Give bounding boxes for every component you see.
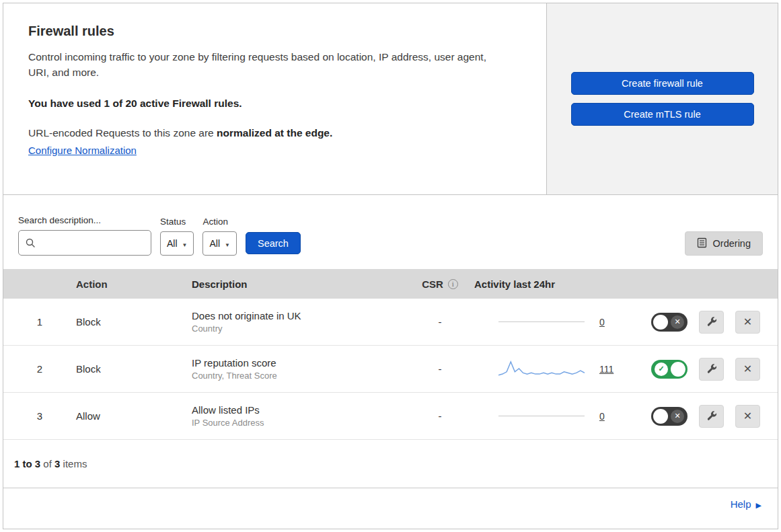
status-dropdown[interactable]: All: [160, 231, 194, 256]
activity-count[interactable]: 111: [599, 364, 613, 375]
chevron-right-icon: [756, 498, 761, 510]
rule-activity-cell: 0: [473, 406, 634, 426]
help-label: Help: [731, 498, 751, 510]
rule-action: Block: [76, 363, 192, 375]
activity-count[interactable]: 0: [599, 317, 605, 328]
status-field: Status All: [160, 217, 194, 256]
rule-description[interactable]: IP reputation score: [192, 357, 407, 369]
enable-toggle[interactable]: [651, 360, 687, 379]
rule-controls: [634, 358, 778, 381]
items-range: 1 to 3: [14, 458, 40, 469]
wrench-icon: [706, 410, 717, 422]
help-link[interactable]: Help: [731, 498, 761, 510]
rules-table: Action Description CSR Activity last 24h…: [3, 269, 778, 440]
intro-card: Firewall rules Control incoming traffic …: [3, 3, 547, 194]
column-action: Action: [76, 278, 192, 290]
rule-controls: [634, 311, 778, 334]
search-box: [18, 230, 151, 256]
normalization-prefix: URL-encoded Requests to this zone are: [28, 127, 217, 139]
edit-rule-button[interactable]: [699, 311, 724, 334]
firewall-rules-page: Firewall rules Control incoming traffic …: [3, 3, 778, 529]
activity-count[interactable]: 0: [599, 411, 605, 422]
column-activity: Activity last 24hr: [473, 278, 634, 290]
create-firewall-rule-button[interactable]: Create firewall rule: [571, 72, 754, 95]
table-row: 3 Allow Allow listed IPs IP Source Addre…: [3, 393, 778, 440]
search-field: Search description...: [18, 215, 151, 256]
edit-rule-button[interactable]: [699, 358, 724, 381]
table-row: 2 Block IP reputation score Country, Thr…: [3, 346, 778, 393]
create-mtls-rule-button[interactable]: Create mTLS rule: [571, 103, 754, 126]
close-icon: [743, 315, 752, 328]
activity-sparkline: [498, 359, 585, 379]
status-label: Status: [160, 217, 194, 227]
status-value: All: [167, 238, 178, 249]
items-suffix: items: [60, 458, 87, 469]
x-icon: [671, 315, 684, 329]
rule-priority: 1: [3, 316, 76, 328]
toggle-knob: [653, 409, 668, 424]
rule-description-cell: IP reputation score Country, Threat Scor…: [192, 357, 407, 381]
search-button[interactable]: Search: [246, 232, 301, 254]
chevron-down-icon: [225, 238, 230, 249]
rule-action: Block: [76, 316, 192, 328]
column-description: Description: [192, 278, 407, 290]
rule-criteria: Country: [192, 324, 407, 334]
rule-description-cell: Allow listed IPs IP Source Address: [192, 404, 407, 428]
close-icon: [743, 410, 752, 422]
activity-sparkline: [498, 312, 585, 332]
normalization-bold: normalized at the edge.: [217, 127, 332, 139]
rule-action: Allow: [76, 410, 192, 422]
close-icon: [743, 363, 752, 375]
enable-toggle[interactable]: [651, 407, 687, 426]
rule-activity-cell: 0: [473, 312, 634, 332]
wrench-icon: [706, 316, 717, 328]
rule-description[interactable]: Does not originate in UK: [192, 310, 407, 321]
action-field: Action All: [202, 217, 236, 256]
rule-priority: 2: [3, 363, 76, 375]
action-value: All: [209, 238, 220, 249]
delete-rule-button[interactable]: [735, 311, 760, 334]
filter-controls: Search description... Status All Action: [18, 215, 301, 256]
rule-csr: -: [407, 316, 473, 328]
ordering-icon: [697, 237, 707, 250]
page-description: Control incoming traffic to your zone by…: [28, 49, 506, 81]
edit-rule-button[interactable]: [699, 405, 724, 428]
table-body: 1 Block Does not originate in UK Country…: [3, 299, 778, 440]
toggle-knob: [671, 362, 685, 377]
table-row: 1 Block Does not originate in UK Country…: [3, 299, 778, 346]
check-icon: [655, 363, 668, 376]
action-dropdown[interactable]: All: [202, 231, 236, 256]
chevron-down-icon: [182, 238, 188, 249]
rule-criteria: Country, Threat Score: [192, 371, 407, 381]
column-csr: CSR: [407, 278, 473, 290]
header-section: Firewall rules Control incoming traffic …: [3, 3, 778, 195]
actions-panel: Create firewall rule Create mTLS rule: [547, 3, 778, 194]
rule-description-cell: Does not originate in UK Country: [192, 310, 407, 334]
wrench-icon: [706, 363, 717, 375]
search-input[interactable]: [18, 230, 151, 256]
ordering-button[interactable]: Ordering: [685, 231, 763, 256]
action-label: Action: [202, 217, 236, 227]
page-title: Firewall rules: [28, 24, 519, 39]
rule-controls: [634, 405, 778, 428]
items-count: 1 to 3 of 3 items: [3, 440, 778, 488]
help-bar: Help: [3, 488, 778, 520]
rule-criteria: IP Source Address: [192, 418, 407, 428]
search-icon: [25, 237, 36, 248]
rule-csr: -: [407, 363, 473, 375]
configure-normalization-link[interactable]: Configure Normalization: [28, 145, 137, 156]
delete-rule-button[interactable]: [735, 405, 760, 428]
table-header: Action Description CSR Activity last 24h…: [3, 269, 778, 299]
rule-activity-cell: 111: [473, 359, 634, 379]
csr-label: CSR: [422, 278, 443, 290]
normalization-text: URL-encoded Requests to this zone are no…: [28, 127, 519, 139]
x-icon: [671, 410, 684, 423]
info-icon[interactable]: [448, 279, 458, 289]
rule-csr: -: [407, 410, 473, 422]
rule-description[interactable]: Allow listed IPs: [192, 404, 407, 416]
enable-toggle[interactable]: [651, 313, 687, 332]
filter-bar: Search description... Status All Action: [3, 195, 778, 269]
delete-rule-button[interactable]: [735, 358, 760, 381]
search-label: Search description...: [18, 215, 151, 225]
items-of: of: [40, 458, 54, 469]
